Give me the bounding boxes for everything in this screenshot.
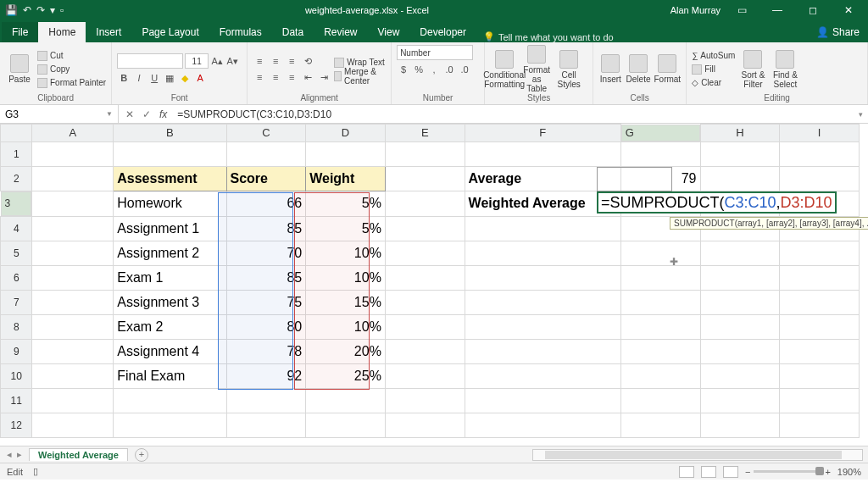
col-F[interactable]: F <box>465 125 620 142</box>
cell-D3[interactable]: 5% <box>306 191 386 216</box>
cell-C6[interactable]: 85 <box>226 265 306 290</box>
format-painter-button[interactable]: Format Painter <box>37 77 106 89</box>
redo-icon[interactable]: ↷ <box>36 4 45 16</box>
row-8[interactable]: 8 <box>1 314 32 339</box>
formulas-tab[interactable]: Formulas <box>209 22 272 42</box>
percent-icon[interactable]: % <box>412 63 426 76</box>
format-as-table-button[interactable]: Format as Table <box>522 45 551 93</box>
name-box[interactable]: G3▼ <box>0 105 119 123</box>
italic-button[interactable]: I <box>132 71 146 85</box>
cell-B2[interactable]: Assessment <box>114 166 226 191</box>
formula-input[interactable]: =SUMPRODUCT(C3:C10,D3:D10 <box>174 105 853 123</box>
font-color-button[interactable]: A <box>193 71 207 85</box>
paste-button[interactable]: Paste <box>5 54 34 84</box>
decrease-font-icon[interactable]: A▾ <box>225 54 239 68</box>
align-middle-icon[interactable]: ≡ <box>269 54 282 68</box>
cancel-formula-icon[interactable]: ✕ <box>125 108 134 120</box>
cell-styles-button[interactable]: Cell Styles <box>554 50 583 89</box>
orientation-icon[interactable]: ⟲ <box>301 54 314 68</box>
cell-B6[interactable]: Exam 1 <box>114 265 226 290</box>
cell-F2[interactable]: Average <box>465 166 620 191</box>
review-tab[interactable]: Review <box>314 22 367 42</box>
col-D[interactable]: D <box>306 125 386 142</box>
format-cells-button[interactable]: Format <box>654 54 681 84</box>
bold-button[interactable]: B <box>117 71 131 85</box>
col-C[interactable]: C <box>226 125 306 142</box>
row-5[interactable]: 5 <box>1 241 32 265</box>
copy-button[interactable]: Copy <box>37 64 106 75</box>
file-tab[interactable]: File <box>2 22 38 42</box>
cell-B8[interactable]: Exam 2 <box>114 314 226 339</box>
page-layout-tab[interactable]: Page Layout <box>131 22 209 42</box>
cell-C3[interactable]: 66 <box>226 191 306 216</box>
cell-C7[interactable]: 75 <box>226 290 306 314</box>
inc-decimal-icon[interactable]: .0 <box>442 63 456 76</box>
align-right-icon[interactable]: ≡ <box>285 70 298 84</box>
row-2[interactable]: 2 <box>1 166 32 191</box>
border-button[interactable]: ▦ <box>163 71 176 85</box>
align-left-icon[interactable]: ≡ <box>253 70 266 84</box>
underline-button[interactable]: U <box>147 71 161 85</box>
qa-extra-icon[interactable]: ▫ <box>60 4 64 16</box>
row-6[interactable]: 6 <box>1 265 32 290</box>
cell-D8[interactable]: 10% <box>306 314 386 339</box>
minimize-button[interactable]: — <box>763 0 792 20</box>
sheet-nav-prev-icon[interactable]: ◂ <box>7 449 12 460</box>
autosum-button[interactable]: ∑AutoSum <box>692 50 735 62</box>
enter-formula-icon[interactable]: ✓ <box>142 108 151 120</box>
cell-B3[interactable]: Homework <box>114 191 226 216</box>
cut-button[interactable]: Cut <box>37 50 106 62</box>
cell-C5[interactable]: 70 <box>226 241 306 265</box>
merge-center-button[interactable]: Merge & Center <box>334 70 386 82</box>
fill-button[interactable]: Fill <box>692 64 735 75</box>
row-9[interactable]: 9 <box>1 339 32 363</box>
fill-color-button[interactable]: ◆ <box>178 71 192 85</box>
row-3[interactable]: 3 <box>1 191 31 216</box>
horizontal-scrollbar[interactable] <box>532 449 863 461</box>
find-select-button[interactable]: Find & Select <box>771 50 799 89</box>
row-10[interactable]: 10 <box>1 363 32 388</box>
ribbon-options-icon[interactable]: ▭ <box>727 0 756 20</box>
increase-font-icon[interactable]: A▴ <box>210 54 224 68</box>
insert-cells-button[interactable]: Insert <box>598 54 622 84</box>
cell-C4[interactable]: 85 <box>226 216 306 241</box>
cell-D2[interactable]: Weight <box>306 166 386 191</box>
scrollbar-thumb[interactable] <box>545 451 842 459</box>
cell-C8[interactable]: 80 <box>226 314 306 339</box>
worksheet-grid[interactable]: A B C D E F G H I 1 2 Assessment Score W… <box>0 124 868 446</box>
row-11[interactable]: 11 <box>1 388 32 413</box>
cell-D9[interactable]: 20% <box>306 339 386 363</box>
normal-view-button[interactable] <box>679 466 694 478</box>
new-sheet-button[interactable]: + <box>135 448 148 462</box>
col-I[interactable]: I <box>780 125 860 142</box>
sort-filter-button[interactable]: Sort & Filter <box>738 50 767 89</box>
macro-record-icon[interactable]: ▯ <box>33 466 38 477</box>
save-icon[interactable]: 💾 <box>5 4 18 16</box>
insert-tab[interactable]: Insert <box>86 22 131 42</box>
cell-C2[interactable]: Score <box>226 166 306 191</box>
editing-cell-g3[interactable]: =SUMPRODUCT(C3:C10,D3:D10 <box>597 191 837 214</box>
zoom-in-icon[interactable]: + <box>825 467 830 477</box>
expand-formula-bar-icon[interactable]: ▾ <box>853 105 868 123</box>
cell-D10[interactable]: 25% <box>306 363 386 388</box>
cell-B4[interactable]: Assignment 1 <box>114 216 226 241</box>
sheet-nav-next-icon[interactable]: ▸ <box>17 449 22 460</box>
indent-dec-icon[interactable]: ⇤ <box>301 70 314 84</box>
row-7[interactable]: 7 <box>1 290 32 314</box>
row-12[interactable]: 12 <box>1 413 32 437</box>
page-layout-view-button[interactable] <box>701 466 716 478</box>
maximize-button[interactable]: ◻ <box>798 0 827 20</box>
zoom-out-icon[interactable]: − <box>745 467 750 477</box>
indent-inc-icon[interactable]: ⇥ <box>317 70 331 84</box>
cell-B7[interactable]: Assignment 3 <box>114 290 226 314</box>
chevron-down-icon[interactable]: ▼ <box>106 110 113 118</box>
row-4[interactable]: 4 <box>1 216 32 241</box>
align-top-icon[interactable]: ≡ <box>253 54 266 68</box>
align-center-icon[interactable]: ≡ <box>269 70 282 84</box>
cell-B10[interactable]: Final Exam <box>114 363 226 388</box>
data-tab[interactable]: Data <box>272 22 314 42</box>
cell-D6[interactable]: 10% <box>306 265 386 290</box>
page-break-view-button[interactable] <box>723 466 738 478</box>
zoom-level[interactable]: 190% <box>837 467 861 477</box>
cell-G2[interactable]: 79 <box>620 166 700 191</box>
